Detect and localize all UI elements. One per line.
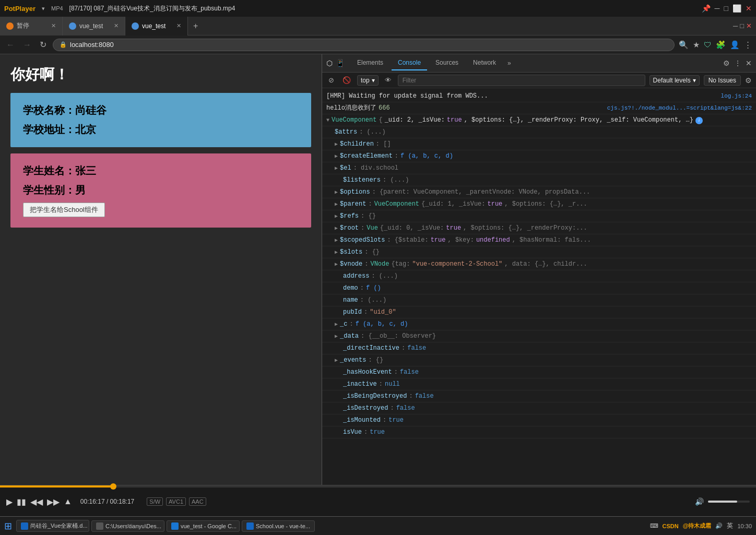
refs-expand-icon[interactable]	[335, 212, 338, 220]
vuecomp-info-icon[interactable]: i	[695, 117, 703, 124]
parent-isVue: true	[488, 199, 503, 209]
parent-expand-icon[interactable]	[335, 200, 338, 208]
root-type: Vue	[367, 223, 378, 233]
context-selector[interactable]: top ▾	[357, 75, 379, 86]
data-expand-icon[interactable]	[335, 332, 338, 340]
tab-elements[interactable]: Elements	[351, 56, 389, 70]
filter-input[interactable]	[398, 75, 645, 86]
isdestroyed-sep: :	[390, 403, 394, 413]
devtools-more-icon[interactable]: ⋮	[734, 59, 741, 67]
volume-icon[interactable]: 🔊	[695, 497, 704, 506]
console-settings-icon[interactable]: ⚙	[745, 76, 752, 85]
eye-icon[interactable]: 👁	[383, 75, 394, 85]
more-icon[interactable]: ⋮	[744, 40, 752, 50]
forward-button[interactable]: →	[21, 39, 33, 51]
prev-button[interactable]: ◀◀	[30, 497, 43, 507]
directinactive-key: _directInactive	[343, 343, 399, 353]
stop-button[interactable]: ▮▮	[17, 497, 26, 507]
isvue-sep: :	[364, 427, 368, 437]
send-to-school-button[interactable]: 把学生名给School组件	[23, 203, 105, 217]
console-line-scopedslots: $scopedSlots : {$stable: true , $key: un…	[322, 234, 756, 246]
el-expand-icon[interactable]	[335, 164, 338, 172]
browser-toolbar-icons: 🔍 ★ 🛡 🧩 👤 ⋮	[679, 40, 752, 50]
isvue-val: true	[370, 427, 385, 437]
extensions-icon[interactable]: 🧩	[716, 40, 726, 50]
eject-button[interactable]: ▲	[64, 497, 72, 506]
data-key: _data	[340, 331, 359, 341]
inspect-element-icon[interactable]: ⬡	[326, 59, 333, 67]
tab-close-3[interactable]: ✕	[176, 22, 181, 29]
progress-bar[interactable]	[0, 485, 756, 488]
volume-bar[interactable]	[708, 501, 750, 503]
children-expand-icon[interactable]	[335, 140, 338, 148]
stop-recording-icon[interactable]: 🚫	[340, 75, 353, 85]
browser-tab-2[interactable]: vue_test ✕	[63, 17, 125, 35]
tabs-container: 暂停 ✕ vue_test ✕ vue_test ✕ +	[0, 17, 729, 35]
browser-minimize-icon[interactable]: ─	[733, 22, 738, 30]
isdestroyed-key: _isDestroyed	[343, 403, 388, 413]
root-expand-icon[interactable]	[335, 224, 338, 232]
scopedslots-val2: , $key:	[447, 235, 474, 245]
profile-icon[interactable]: 👤	[730, 40, 740, 50]
taskbar-item-2[interactable]: C:\Users\tianyu\Des...	[91, 520, 164, 532]
options-expand-icon[interactable]	[335, 188, 338, 196]
address-input-container[interactable]: 🔒 localhost:8080	[53, 39, 675, 51]
slots-expand-icon[interactable]	[335, 248, 338, 256]
vuecomp-isVue: true	[447, 115, 462, 125]
minimize-icon[interactable]: ─	[715, 4, 720, 13]
devtools-settings-icon[interactable]: ⚙	[723, 59, 730, 67]
no-issues-button[interactable]: No Issues	[704, 75, 741, 86]
tab-sources[interactable]: Sources	[429, 56, 465, 70]
console-line-inactive: _inactive : null	[322, 378, 756, 390]
devtools-close-icon[interactable]: ✕	[746, 59, 752, 67]
console-line-vnode: $vnode : VNode {tag: "vue-component-2-Sc…	[322, 258, 756, 270]
tab-close-1[interactable]: ✕	[51, 22, 56, 29]
log-levels-dropdown[interactable]: Default levels ▾	[649, 75, 700, 86]
hello-source[interactable]: cjs.js?!./node_modul...=script&lang=js&:…	[607, 104, 752, 113]
device-emulation-icon[interactable]: 📱	[336, 59, 345, 67]
zoom-icon[interactable]: 🔍	[679, 40, 689, 50]
events-expand-icon[interactable]	[335, 356, 338, 364]
vuecomp-expand-icon[interactable]	[326, 116, 329, 124]
browser-tab-1[interactable]: 暂停 ✕	[0, 17, 63, 35]
main-area: 你好啊！ 学校名称：尚硅谷 学校地址：北京 学生姓名：张三 学生性别：男 把学生…	[0, 54, 756, 485]
taskbar-item-3[interactable]: vue_test - Google C...	[167, 520, 240, 532]
more-tabs-icon[interactable]: »	[504, 57, 514, 69]
browser-tab-3[interactable]: vue_test ✕	[125, 17, 188, 35]
hmr-source[interactable]: log.js:24	[721, 92, 752, 101]
back-button[interactable]: ←	[4, 39, 17, 51]
taskbar-item-4[interactable]: School.vue - vue-te...	[242, 520, 315, 532]
restore-icon[interactable]: □	[724, 4, 728, 13]
vnode-expand-icon[interactable]	[335, 260, 338, 268]
progress-thumb[interactable]	[110, 483, 116, 490]
bookmark-icon[interactable]: ★	[693, 40, 700, 50]
scopedslots-expand-icon[interactable]	[335, 236, 338, 244]
taskbar-item-1[interactable]: 尚硅谷_Vue全家桶.d...	[16, 520, 89, 532]
levels-dropdown-icon: ▾	[693, 77, 696, 84]
next-button[interactable]: ▶▶	[47, 497, 60, 507]
pin-icon[interactable]: 📌	[702, 4, 711, 13]
tab-network[interactable]: Network	[467, 56, 502, 70]
play-button[interactable]: ▶	[6, 497, 13, 507]
close-icon[interactable]: ✕	[746, 4, 752, 13]
clear-console-icon[interactable]: ⊘	[326, 75, 336, 85]
root-val: {_uid: 0, _isVue:	[380, 223, 444, 233]
listeners-key: $listeners	[343, 175, 381, 185]
volume-taskbar-icon[interactable]: 🔊	[715, 522, 723, 529]
start-icon[interactable]: ⊞	[4, 520, 12, 532]
browser-restore-icon[interactable]: □	[740, 22, 744, 30]
refresh-button[interactable]: ↻	[38, 39, 49, 51]
keyboard-icon[interactable]: ⌨	[650, 522, 658, 529]
tab-close-2[interactable]: ✕	[114, 22, 119, 29]
new-tab-button[interactable]: +	[188, 17, 203, 35]
extension-shield-icon[interactable]: 🛡	[704, 40, 712, 49]
c-expand-icon[interactable]	[335, 320, 338, 328]
createelement-expand-icon[interactable]	[335, 152, 338, 160]
options-val: : {parent: VueComponent, _parentVnode: V…	[372, 187, 590, 197]
title-dropdown-icon[interactable]: ▾	[42, 5, 45, 12]
browser-close-icon[interactable]: ✕	[746, 22, 752, 30]
taskbar: ⊞ 尚硅谷_Vue全家桶.d... C:\Users\tianyu\Des...…	[0, 516, 756, 535]
maximize-icon[interactable]: ⬜	[733, 4, 741, 13]
ismounted-sep: :	[383, 415, 386, 425]
tab-console[interactable]: Console	[392, 56, 427, 70]
